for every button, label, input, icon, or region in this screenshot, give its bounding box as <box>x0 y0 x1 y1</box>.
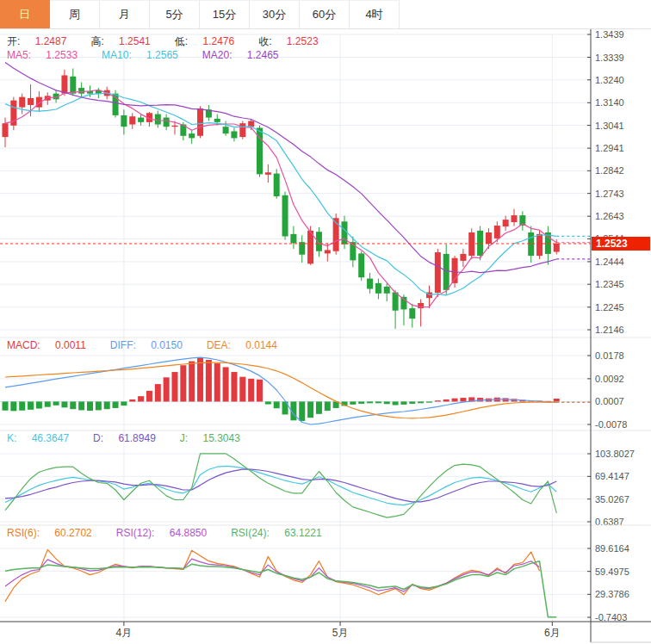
macd-axis-label: -0.0078 <box>595 419 627 430</box>
low-value: 1.2476 <box>202 35 234 47</box>
price-axis-label: 1.2245 <box>595 302 624 313</box>
ohlc-header: 开: 1.2487高: 1.2541低: 1.2476收: 1.2523 <box>7 34 343 49</box>
macd-value: MACD: 0.0011 <box>7 339 98 351</box>
tab-period-6[interactable]: 60分 <box>300 0 350 28</box>
d-value: D: 61.8949 <box>93 432 168 444</box>
ma-header: MA5: 1.2533MA10: 1.2565MA20: 1.2465 <box>7 49 303 61</box>
rsi-axis-label: 29.3786 <box>595 589 629 599</box>
macd-axis-label: 0.0178 <box>595 350 624 361</box>
price-axis-label: 1.3041 <box>595 121 624 131</box>
ma5-value: MA5: 1.2533 <box>7 49 90 61</box>
macd-header: MACD: 0.0011DIFF: 0.0150DEA: 0.0144 <box>7 339 301 351</box>
price-axis-label: 1.3140 <box>595 97 624 108</box>
chart-canvas[interactable]: 1.34391.33391.32401.31401.30411.29411.28… <box>0 0 651 644</box>
price-axis-label: 1.2146 <box>595 325 624 335</box>
high-value: 1.2541 <box>119 35 151 47</box>
low-pair: 低: 1.2476 <box>175 35 246 47</box>
rsi-axis-label: 59.4975 <box>595 567 629 577</box>
k-value: K: 46.3647 <box>7 432 81 444</box>
tab-period-5[interactable]: 30分 <box>250 0 300 28</box>
price-axis-label: 1.2444 <box>595 257 624 267</box>
close-pair: 收: 1.2523 <box>258 35 330 47</box>
trading-chart-app: 日周月5分15分30分60分4时 1.34391.33391.32401.314… <box>0 0 651 644</box>
price-axis-label: 1.2941 <box>595 143 624 153</box>
high-pair: 高: 1.2541 <box>90 35 162 47</box>
kdj-axis-label: 69.4147 <box>595 471 629 481</box>
macd-axis-label: 0.0007 <box>595 396 624 406</box>
diff-value: DIFF: 0.0150 <box>110 339 195 351</box>
price-axis-label: 1.3339 <box>595 53 624 63</box>
close-value: 1.2523 <box>287 35 319 47</box>
open-value: 1.2487 <box>35 35 67 47</box>
ma10-value: MA10: 1.2565 <box>102 49 190 61</box>
rsi-axis-label: 89.6164 <box>595 543 629 554</box>
dea-value: DEA: 0.0144 <box>207 339 289 351</box>
open-pair: 开: 1.2487 <box>7 35 78 47</box>
price-axis-label: 1.2643 <box>595 211 624 221</box>
j-value: J: 15.3043 <box>180 432 252 444</box>
tab-period-2[interactable]: 月 <box>100 0 150 28</box>
price-axis-label: 1.2743 <box>595 189 624 199</box>
kdj-axis-label: 103.8027 <box>595 449 635 459</box>
rsi12-value: RSI(12): 64.8850 <box>116 527 219 539</box>
tab-period-4[interactable]: 15分 <box>200 0 250 28</box>
month-axis-label: 5月 <box>332 627 349 639</box>
tab-period-3[interactable]: 5分 <box>150 0 200 28</box>
month-axis-label: 4月 <box>116 627 133 639</box>
price-axis-label: 1.2345 <box>595 279 624 289</box>
tab-period-7[interactable]: 4时 <box>350 0 400 28</box>
rsi6-value: RSI(6): 60.2702 <box>7 527 104 539</box>
kdj-axis-label: 35.0267 <box>595 494 629 505</box>
price-axis-label: 1.3240 <box>595 75 624 85</box>
rsi-axis-label: -0.7403 <box>595 612 627 622</box>
kdj-header: K: 46.3647D: 61.8949J: 15.3043 <box>7 432 264 444</box>
rsi-header: RSI(6): 60.2702RSI(12): 64.8850RSI(24): … <box>7 527 346 539</box>
current-price-text: 1.2523 <box>596 238 628 250</box>
tab-period-1[interactable]: 周 <box>50 0 100 28</box>
month-axis-label: 6月 <box>544 627 561 639</box>
tab-period-0[interactable]: 日 <box>0 0 50 28</box>
ma20-value: MA20: 1.2465 <box>202 49 291 61</box>
rsi24-value: RSI(24): 63.1221 <box>231 527 333 539</box>
price-axis-label: 1.3439 <box>595 29 624 40</box>
period-tabbar: 日周月5分15分30分60分4时 <box>0 0 651 29</box>
price-axis-label: 1.2842 <box>595 165 624 176</box>
macd-axis-label: 0.0092 <box>595 374 624 384</box>
